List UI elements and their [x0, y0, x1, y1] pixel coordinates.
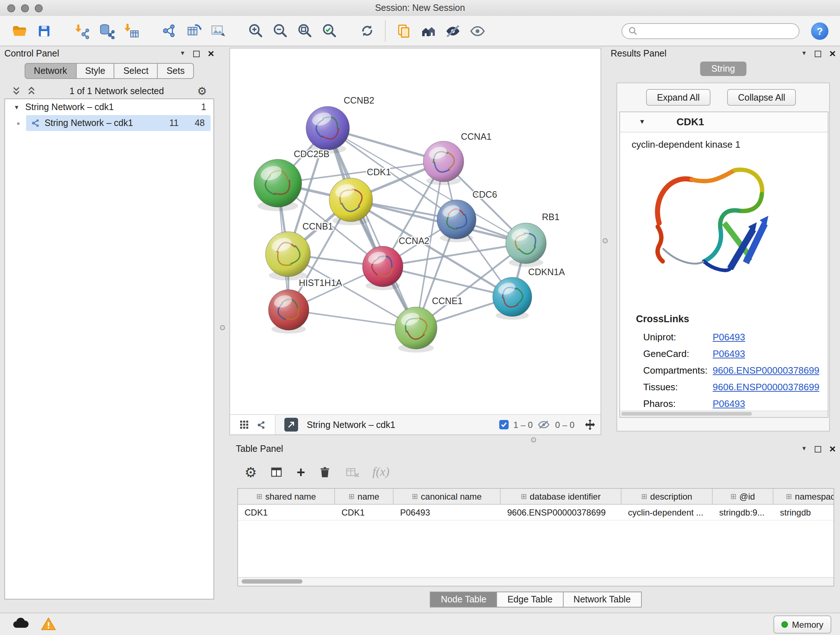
table-cell[interactable]: CDK1	[238, 505, 335, 520]
panel-menu-caret-icon[interactable]: ▼	[801, 446, 807, 452]
search-input[interactable]	[643, 25, 793, 36]
network-node-CDK1[interactable]	[329, 178, 373, 222]
tab-node-table[interactable]: Node Table	[430, 592, 497, 608]
home-button[interactable]	[416, 19, 441, 42]
close-window-button[interactable]	[7, 4, 15, 12]
network-node-CCNA2[interactable]	[363, 246, 403, 287]
minimize-window-button[interactable]	[21, 4, 29, 12]
results-scrollbar-thumb[interactable]	[622, 412, 752, 416]
network-edge[interactable]	[328, 128, 416, 328]
warning-icon[interactable]	[41, 617, 57, 631]
table-cell[interactable]: CDK1	[335, 505, 393, 520]
refresh-view-button[interactable]	[355, 19, 379, 42]
import-network-from-file-button[interactable]	[69, 19, 94, 42]
network-node-RB1[interactable]	[506, 223, 546, 264]
network-view-canvas[interactable]: CCNB2CCNA1CDC25BCDK1CDC6RB1CCNB1CCNA2CDK…	[229, 48, 601, 435]
save-session-button[interactable]	[32, 19, 57, 42]
new-network-button[interactable]	[156, 19, 181, 42]
panel-float-icon[interactable]	[815, 50, 821, 57]
expand-all-icon[interactable]	[27, 86, 36, 96]
network-node-CDC6[interactable]	[437, 200, 476, 239]
table-cell[interactable]: cyclin-dependent ...	[622, 505, 713, 520]
network-row[interactable]: • String Network – cdk1 11 48	[5, 115, 213, 131]
tree-expand-caret-icon[interactable]: ▼	[14, 104, 19, 111]
network-options-gear-icon[interactable]: ⚙	[197, 86, 207, 96]
cloud-status-icon[interactable]	[11, 616, 30, 631]
table-cell[interactable]: 9606.ENSP00000378699	[501, 505, 622, 520]
show-elements-button[interactable]	[465, 19, 490, 42]
column-header--id[interactable]: ⊞@id	[713, 489, 774, 504]
import-table-from-file-button[interactable]	[118, 19, 143, 42]
collapse-all-button[interactable]: Collapse All	[727, 89, 796, 106]
panel-close-icon[interactable]: ×	[208, 49, 214, 58]
tab-network-table[interactable]: Network Table	[563, 592, 641, 608]
grid-view-icon[interactable]	[239, 420, 248, 429]
zoom-in-button[interactable]	[243, 19, 268, 42]
table-cell[interactable]: P06493	[393, 505, 501, 520]
panel-float-icon[interactable]	[815, 446, 821, 452]
selected-checkbox-icon[interactable]	[499, 420, 508, 429]
import-network-from-database-button[interactable]	[94, 19, 118, 42]
panel-menu-caret-icon[interactable]: ▼	[180, 51, 186, 57]
tab-string[interactable]: String	[699, 62, 746, 76]
crosslink-link[interactable]: P06493	[713, 398, 745, 409]
crosslink-link[interactable]: P06493	[713, 348, 745, 359]
delete-column-trash-icon[interactable]	[317, 464, 332, 480]
tab-edge-table[interactable]: Edge Table	[497, 592, 564, 608]
tab-style[interactable]: Style	[76, 63, 115, 79]
help-button[interactable]: ?	[811, 22, 829, 40]
fit-content-button[interactable]	[292, 19, 317, 42]
panel-menu-caret-icon[interactable]: ▼	[801, 51, 807, 57]
detach-view-button[interactable]	[284, 418, 298, 432]
collapse-all-icon[interactable]	[11, 86, 21, 96]
maximize-window-button[interactable]	[35, 4, 43, 12]
tab-network[interactable]: Network	[25, 63, 77, 79]
network-node-CCNB2[interactable]	[306, 106, 349, 150]
column-header-namespace[interactable]: ⊞namespace	[774, 489, 834, 504]
network-node-CCNE1[interactable]	[395, 307, 437, 349]
hide-elements-button[interactable]	[441, 19, 465, 42]
network-view-share-icon[interactable]	[256, 420, 266, 430]
crosslink-link[interactable]: 9606.ENSP00000378699	[713, 382, 819, 393]
memory-button[interactable]: Memory	[773, 616, 831, 633]
export-image-button[interactable]	[205, 19, 230, 42]
network-node-HIST1H1A[interactable]	[268, 290, 309, 330]
show-columns-icon[interactable]	[269, 464, 284, 480]
expand-all-button[interactable]: Expand All	[646, 89, 711, 106]
open-session-button[interactable]	[7, 19, 32, 42]
network-node-CCNB1[interactable]	[265, 232, 310, 277]
tab-sets[interactable]: Sets	[158, 63, 194, 79]
network-node-CDKN1A[interactable]	[493, 277, 532, 317]
table-options-gear-icon[interactable]: ⚙	[245, 465, 257, 479]
network-node-CDC25B[interactable]	[254, 159, 302, 207]
table-cell[interactable]: stringdb:9...	[713, 505, 774, 520]
pan-move-icon[interactable]	[584, 418, 596, 431]
copy-button[interactable]	[392, 19, 416, 42]
table-scrollbar-thumb[interactable]	[242, 579, 302, 584]
network-node-CCNA1[interactable]	[423, 141, 464, 182]
left-splitter-handle[interactable]	[220, 325, 225, 330]
add-column-icon[interactable]: +	[297, 465, 305, 479]
tab-select[interactable]: Select	[115, 63, 158, 79]
column-header-canonical-name[interactable]: ⊞canonical name	[393, 489, 501, 504]
zoom-out-button[interactable]	[268, 19, 292, 42]
network-collection-row[interactable]: ▼ String Network – cdk1 1	[5, 99, 213, 115]
zoom-selected-button[interactable]	[317, 19, 341, 42]
bottom-splitter-handle[interactable]	[531, 437, 536, 442]
column-header-database-identifier[interactable]: ⊞database identifier	[501, 489, 622, 504]
crosslink-link[interactable]: 9606.ENSP00000378699	[713, 365, 819, 376]
network-graph[interactable]: CCNB2CCNA1CDC25BCDK1CDC6RB1CCNB1CCNA2CDK…	[230, 49, 600, 415]
panel-close-icon[interactable]: ×	[829, 49, 836, 58]
column-header-shared-name[interactable]: ⊞shared name	[238, 489, 335, 504]
table-cell[interactable]: stringdb	[774, 505, 834, 520]
table-row[interactable]: CDK1CDK1P064939606.ENSP00000378699cyclin…	[238, 505, 834, 521]
column-header-description[interactable]: ⊞description	[622, 489, 713, 504]
new-table-button[interactable]	[181, 19, 205, 42]
network-row-selected[interactable]: String Network – cdk1 11 48	[26, 115, 210, 131]
gene-section-caret-icon[interactable]: ▼	[639, 118, 645, 125]
column-header-name[interactable]: ⊞name	[335, 489, 393, 504]
panel-close-icon[interactable]: ×	[829, 445, 836, 453]
crosslink-link[interactable]: P06493	[713, 332, 745, 342]
panel-float-icon[interactable]	[193, 50, 200, 57]
right-splitter-handle[interactable]	[603, 238, 608, 243]
